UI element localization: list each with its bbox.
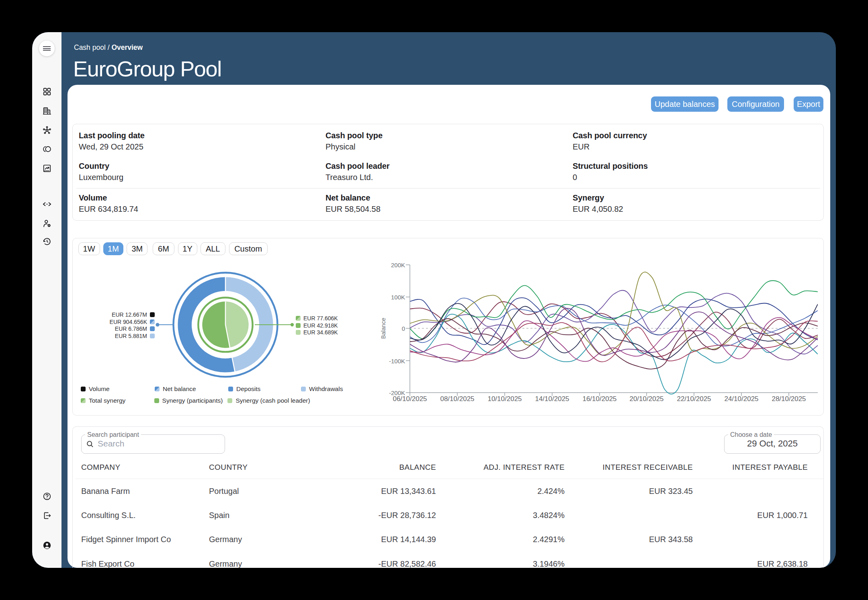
svg-text:06/10/2025: 06/10/2025 [393,395,427,403]
svg-text:28/10/2025: 28/10/2025 [772,395,806,403]
svg-text:10/10/2025: 10/10/2025 [487,395,522,403]
svg-text:-100K: -100K [389,358,405,365]
svg-text:22/10/2025: 22/10/2025 [677,395,711,403]
svg-text:Balance: Balance [380,318,387,339]
svg-text:14/10/2025: 14/10/2025 [535,395,569,403]
svg-text:100K: 100K [391,294,405,301]
svg-text:08/10/2025: 08/10/2025 [440,395,474,403]
svg-text:200K: 200K [391,262,405,268]
svg-text:0: 0 [402,325,405,332]
svg-text:16/10/2025: 16/10/2025 [582,395,616,403]
svg-text:20/10/2025: 20/10/2025 [629,395,663,403]
svg-text:24/10/2025: 24/10/2025 [724,395,758,403]
